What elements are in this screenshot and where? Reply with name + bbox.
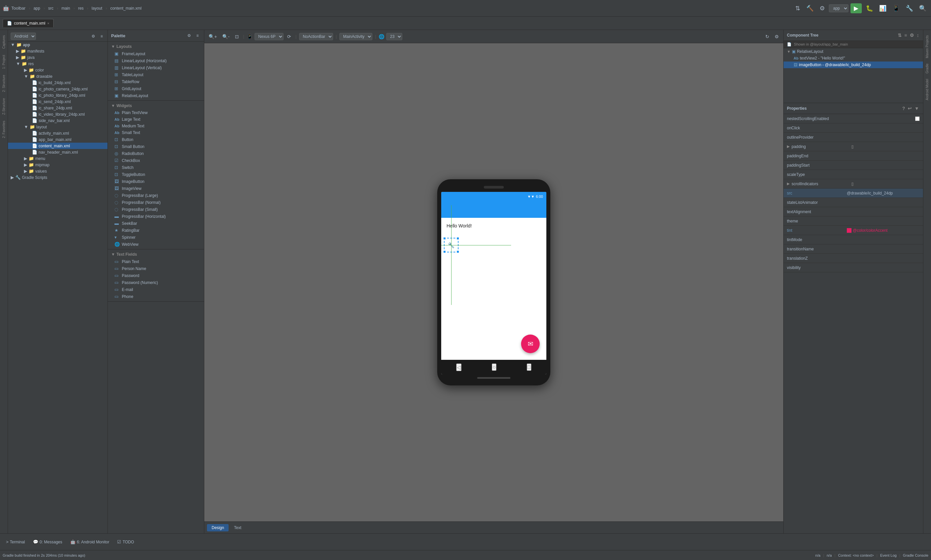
prop-tint-mode[interactable]: tintMode <box>784 235 923 245</box>
handle-tl[interactable] <box>443 237 446 240</box>
favorites-tab[interactable]: 2: Favorites <box>2 118 6 141</box>
palette-settings-btn[interactable]: ⚙ <box>185 32 193 39</box>
palette-togglebutton[interactable]: ⊡ ToggleButton <box>108 171 204 178</box>
prop-theme[interactable]: theme <box>784 217 923 226</box>
palette-progressbar-large[interactable]: ◌ ProgressBar (Large) <box>108 192 204 199</box>
tree-gear-icon[interactable]: ⚙ <box>909 32 915 38</box>
palette-password[interactable]: ▭ Password <box>108 272 204 279</box>
palette-checkbox[interactable]: ☑ CheckBox <box>108 157 204 164</box>
recents-button[interactable]: □ <box>527 363 532 371</box>
zoom-fit-btn[interactable]: ⊡ <box>233 33 240 40</box>
zoom-out-btn[interactable]: 🔍- <box>220 33 231 40</box>
tree-item-app[interactable]: ▼ 📁 app <box>8 42 108 48</box>
tree-expand-btn[interactable]: ≡ <box>99 32 105 40</box>
tree-item-ic-build[interactable]: 📄 ic_build_24dp.xml <box>8 80 108 86</box>
prop-state-list-animator[interactable]: stateListAnimator <box>784 198 923 207</box>
palette-progressbar-horizontal[interactable]: ▬ ProgressBar (Horizontal) <box>108 213 204 220</box>
design-canvas[interactable]: ▼▼ 6:00 Hello World! 🔧 <box>204 43 783 522</box>
widgets-section-header[interactable]: ▼ Widgets <box>108 102 204 109</box>
tree-item-manifests[interactable]: ▶ 📁 manifests <box>8 48 108 54</box>
palette-email[interactable]: ▭ E-mail <box>108 286 204 293</box>
palette-tablelayout[interactable]: ⊞ TableLayout <box>108 71 204 78</box>
palette-phone[interactable]: ▭ Phone <box>108 293 204 300</box>
orientation-btn[interactable]: ⟳ <box>285 33 293 40</box>
tree-item-ic-photo-library[interactable]: 📄 ic_photo_library_24dp.xml <box>8 92 108 98</box>
scroll-indicators-expand-icon[interactable]: ▶ <box>787 182 789 186</box>
file-tab-close[interactable]: × <box>47 21 49 25</box>
build-button[interactable]: 🔨 <box>804 3 815 13</box>
palette-plain-textview[interactable]: Ab Plain TextView <box>108 109 204 116</box>
tree-item-layout[interactable]: ▼ 📁 layout <box>8 124 108 130</box>
palette-medium-text[interactable]: Ab Medium Text <box>108 123 204 129</box>
sync-button[interactable]: ⇅ <box>793 3 802 13</box>
prop-visibility[interactable]: visibility <box>784 263 923 272</box>
layouts-section-header[interactable]: ▼ Layouts <box>108 43 204 50</box>
tree-item-content-main[interactable]: 📄 content_main.xml <box>8 143 108 149</box>
avd-button[interactable]: 📱 <box>890 3 902 13</box>
refresh-btn[interactable]: ↻ <box>764 33 771 40</box>
prop-text-alignment[interactable]: textAlignment <box>784 207 923 217</box>
prop-transition-name[interactable]: transitionName <box>784 245 923 254</box>
tree-item-color[interactable]: ▶ 📁 color <box>8 67 108 73</box>
palette-imagebutton[interactable]: 🖼 ImageButton <box>108 178 204 185</box>
palette-spinner[interactable]: ▾ Spinner <box>108 234 204 241</box>
tree-item-ic-share[interactable]: 📄 ic_share_24dp.xml <box>8 105 108 111</box>
theme-dropdown[interactable]: NoActionBar <box>299 33 333 40</box>
tree-item-res[interactable]: ▼ 📁 res <box>8 60 108 67</box>
tree-item-side-nav[interactable]: 📄 side_nav_bar.xml <box>8 117 108 124</box>
todo-tab[interactable]: ☑ TODO <box>114 538 137 546</box>
project-view-selector[interactable]: Android <box>11 32 36 40</box>
palette-tablerow[interactable]: ⊟ TableRow <box>108 78 204 85</box>
prop-padding[interactable]: ▶ padding [] <box>784 142 923 151</box>
properties-help-icon[interactable]: ? <box>902 105 906 112</box>
prop-src-value[interactable]: @drawable/ic_build_24dp <box>847 191 920 195</box>
tree-item-ic-send[interactable]: 📄 ic_send_24dp.xml <box>8 98 108 105</box>
tree-item-menu[interactable]: ▶ 📁 menu <box>8 155 108 162</box>
palette-button[interactable]: ⊡ Button <box>108 136 204 143</box>
handle-br[interactable] <box>456 251 459 253</box>
handle-tr[interactable] <box>456 237 459 240</box>
selected-imagebutton[interactable]: 🔧 <box>444 238 458 252</box>
gradle-console-btn[interactable]: Gradle Console <box>903 553 928 557</box>
back-button[interactable]: ◁ <box>456 363 461 371</box>
maven-projects-tab[interactable]: Maven Projects <box>925 32 929 61</box>
breadcrumb-file[interactable]: content_main.xml <box>110 6 142 11</box>
tree-node-textview2[interactable]: Ab textView2 - "Hello World!" <box>784 55 923 62</box>
palette-password-numeric[interactable]: ▭ Password (Numeric) <box>108 279 204 286</box>
settings-button[interactable]: ⚙ <box>817 3 827 13</box>
tree-item-drawable[interactable]: ▼ 📁 drawable <box>8 73 108 80</box>
prop-nested-scrolling[interactable]: nestedScrollingEnabled <box>784 114 923 123</box>
palette-relativelayout[interactable]: ▣ RelativeLayout <box>108 92 204 99</box>
prop-scale-type[interactable]: scaleType <box>784 170 923 179</box>
messages-tab[interactable]: 💬 0: Messages <box>29 538 66 546</box>
prop-padding-end[interactable]: paddingEnd <box>784 151 923 161</box>
tree-node-imagebutton[interactable]: 🖼 imageButton - @drawable/ic_build_24dp <box>784 62 923 68</box>
android-model-tab[interactable]: Android Model <box>925 76 929 103</box>
gradle-tab[interactable]: Gradle <box>925 61 929 76</box>
palette-linearlayout-h[interactable]: ▤ LinearLayout (Horizontal) <box>108 57 204 64</box>
palette-imageview[interactable]: 🖼 ImageView <box>108 185 204 192</box>
palette-gridlayout[interactable]: ⊞ GridLayout <box>108 85 204 92</box>
properties-undo-icon[interactable]: ↩ <box>907 105 913 112</box>
palette-small-text[interactable]: Ab Small Text <box>108 129 204 136</box>
terminal-tab[interactable]: > Terminal <box>3 538 28 546</box>
palette-framelayout[interactable]: ▣ FrameLayout <box>108 50 204 57</box>
palette-progressbar-normal[interactable]: ◌ ProgressBar (Normal) <box>108 199 204 206</box>
prop-tint-value[interactable]: @color/colorAccent <box>853 228 920 233</box>
zoom-in-btn[interactable]: 🔍+ <box>207 33 219 40</box>
tree-settings-btn[interactable]: ⚙ <box>89 32 97 40</box>
tree-item-app-bar-main[interactable]: 📄 app_bar_main.xml <box>8 136 108 143</box>
prop-src[interactable]: src @drawable/ic_build_24dp <box>784 189 923 198</box>
canvas-settings-btn[interactable]: ⚙ <box>773 33 781 40</box>
api-dropdown[interactable]: 23 <box>386 33 402 40</box>
prop-padding-start[interactable]: paddingStart <box>784 161 923 170</box>
prop-tint[interactable]: tint @color/colorAccent <box>784 226 923 235</box>
device-selector[interactable]: app <box>829 4 848 12</box>
textfields-section-header[interactable]: ▼ Text Fields <box>108 251 204 258</box>
prop-translation-z[interactable]: translationZ <box>784 254 923 263</box>
padding-expand-icon[interactable]: ▶ <box>787 144 789 149</box>
android-monitor-tab[interactable]: 🤖 6: Android Monitor <box>67 538 113 546</box>
tree-node-relativelayout[interactable]: ▼ ▣ RelativeLayout <box>784 48 923 55</box>
captures-tab[interactable]: Captures <box>2 32 6 52</box>
design-tab[interactable]: Design <box>207 524 228 531</box>
